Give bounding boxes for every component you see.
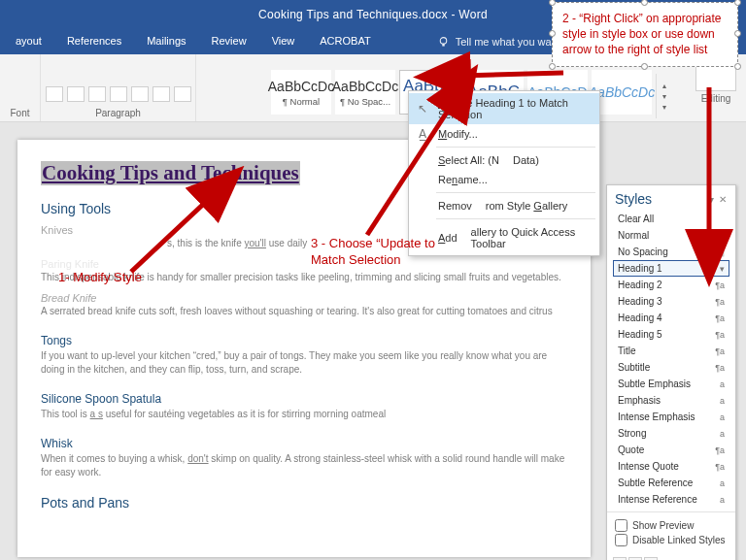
heading-pots: Pots and Pans: [41, 495, 567, 511]
styles-pane-footer: Show Preview Disable Linked Styles: [607, 511, 735, 553]
heading-spatula: Silicone Spoon Spatula: [41, 392, 567, 406]
tab-references[interactable]: References: [55, 29, 133, 54]
heading-bread: Bread Knife: [41, 292, 567, 304]
style-row-heading-1[interactable]: Heading 1▾: [613, 260, 729, 277]
disable-linked-checkbox[interactable]: Disable Linked Styles: [615, 534, 728, 546]
style-row-subtle-emphasis[interactable]: Subtle Emphasisa: [613, 376, 729, 392]
body-text: This tool is a s useful for sautéing veg…: [41, 408, 567, 421]
annotation-3-text: 3 - Choose “Update to Match Selection: [311, 236, 437, 269]
lightbulb-icon: [437, 36, 450, 49]
tab-acrobat[interactable]: ACROBAT: [308, 29, 382, 54]
svg-rect-1: [442, 44, 444, 46]
style-row-intense-quote[interactable]: Intense Quote¶a: [613, 458, 729, 475]
style-row-heading-2[interactable]: Heading 2¶a: [613, 277, 729, 293]
style-item-normal[interactable]: AaBbCcDc¶ Normal: [271, 70, 331, 115]
group-paragraph: Paragraph: [41, 54, 196, 121]
heading-whisk: Whisk: [41, 437, 567, 450]
doc-heading-selected[interactable]: Cooking Tips and Techniques: [41, 161, 300, 185]
annotation-arrow-1: [126, 189, 233, 277]
group-paragraph-label: Paragraph: [95, 108, 141, 118]
body-text: If you want to up-level your kitchen “cr…: [41, 349, 567, 377]
style-item-heading4[interactable]: AaBbCcDc: [592, 70, 652, 115]
number-list-icon[interactable]: [67, 86, 85, 102]
tab-view[interactable]: View: [260, 29, 307, 54]
styles-pane-list: Clear AllNormal¶No Spacing¶Heading 1▾Hea…: [607, 211, 735, 511]
svg-point-0: [440, 37, 447, 44]
style-row-emphasis[interactable]: Emphasisa: [613, 392, 729, 409]
show-preview-checkbox[interactable]: Show Preview: [615, 519, 728, 532]
multilevel-list-icon[interactable]: [88, 86, 106, 102]
dropdown-more-icon: ▾: [662, 103, 666, 112]
style-row-heading-4[interactable]: Heading 4¶a: [613, 310, 729, 326]
heading-tongs: Tongs: [41, 334, 567, 347]
style-row-subtle-reference[interactable]: Subtle Referencea: [613, 475, 729, 491]
annotation-arrow-3: [359, 97, 476, 243]
tab-mailings[interactable]: Mailings: [135, 29, 197, 54]
increase-indent-icon[interactable]: [131, 86, 149, 102]
style-row-intense-emphasis[interactable]: Intense Emphasisa: [613, 409, 729, 425]
style-row-heading-3[interactable]: Heading 3¶a: [613, 293, 729, 310]
svg-line-2: [131, 199, 209, 272]
styles-gallery-more[interactable]: ▴▾▾: [656, 74, 671, 118]
annotation-1-text: 1- Modify Style: [58, 270, 142, 286]
svg-line-3: [461, 73, 563, 76]
styles-pane-title: Styles: [615, 191, 652, 207]
group-font: Font: [0, 54, 41, 121]
sort-icon[interactable]: [153, 86, 170, 102]
group-font-label: Font: [10, 108, 29, 118]
heading-paring: Paring Knife: [41, 258, 567, 270]
style-row-strong[interactable]: Stronga: [613, 425, 729, 442]
tab-layout[interactable]: ayout: [4, 29, 53, 54]
svg-line-5: [367, 105, 452, 235]
style-row-quote[interactable]: Quote¶a: [613, 442, 729, 458]
body-text: A serrated bread knife cuts soft, fresh …: [41, 305, 567, 318]
style-row-intense-reference[interactable]: Intense Referencea: [613, 491, 729, 508]
decrease-indent-icon[interactable]: [110, 86, 127, 102]
body-text: When it comes to buying a whisk, don't s…: [41, 452, 567, 479]
styles-pane-bottom: Options...: [607, 553, 735, 560]
annotation-2-box: 2 - “Right Click” on appropriate style i…: [552, 2, 738, 67]
annotation-arrow-2b: [697, 85, 727, 250]
chevron-up-icon: ▴: [662, 82, 666, 90]
annotation-arrow-2a: [452, 68, 568, 87]
style-row-subtitle[interactable]: Subtitle¶a: [613, 359, 729, 376]
style-row-title[interactable]: Title¶a: [613, 343, 729, 359]
bullet-list-icon[interactable]: [46, 86, 63, 102]
style-row-heading-5[interactable]: Heading 5¶a: [613, 326, 729, 343]
tab-review[interactable]: Review: [200, 29, 258, 54]
chevron-down-icon: ▾: [662, 92, 666, 101]
annotation-2-text: 2 - “Right Click” on appropriate style i…: [562, 12, 721, 56]
show-marks-icon[interactable]: [174, 86, 191, 102]
